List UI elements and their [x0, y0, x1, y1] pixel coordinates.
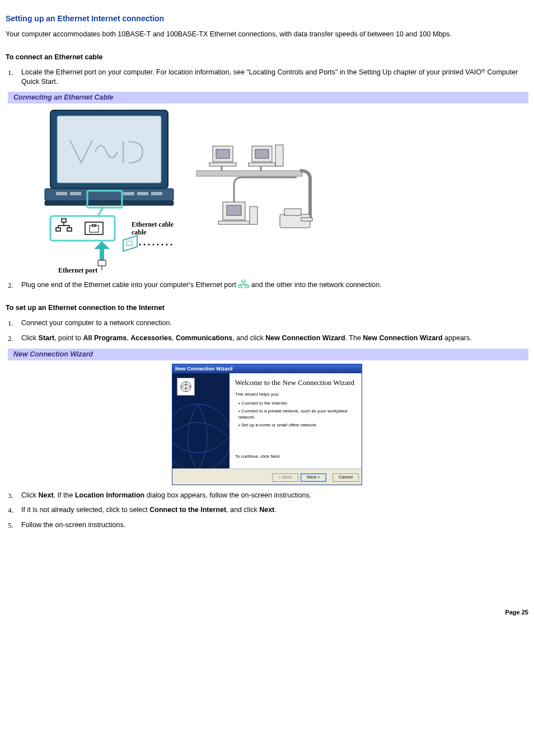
svg-rect-47 [218, 221, 250, 224]
wizard-helps: This wizard helps you: [235, 392, 356, 398]
wizard-titlebar: New Connection Wizard [172, 364, 362, 373]
svg-rect-19 [85, 222, 103, 234]
svg-rect-8 [123, 192, 134, 195]
svg-point-25 [139, 244, 141, 246]
network-diagram-illustration [196, 140, 319, 264]
page-number: Page 25 [6, 608, 528, 622]
registered-mark: ® [481, 68, 485, 74]
section2-heading: To set up an Ethernet connection to the … [6, 303, 528, 313]
svg-point-60 [172, 404, 229, 468]
s2-step1: Connect your computer to a network conne… [21, 318, 528, 328]
svg-rect-6 [56, 192, 67, 195]
wizard-welcome: Welcome to the New Connection Wizard [235, 378, 356, 388]
page-title: Setting up an Ethernet Internet connecti… [6, 13, 528, 24]
wizard-continue: To continue, click Next. [235, 454, 356, 460]
wizard-next-button: Next > [301, 473, 326, 482]
svg-rect-43 [275, 145, 283, 166]
intro-paragraph: Your computer accommodates both 10BASE-T… [6, 30, 528, 39]
caption-bar-ethernet: Connecting an Ethernet Cable [6, 92, 528, 104]
svg-rect-42 [249, 163, 275, 166]
s1-step1: Locate the Ethernet port on your compute… [21, 68, 528, 87]
svg-text:cable: cable [132, 228, 147, 236]
svg-point-32 [171, 244, 172, 246]
svg-rect-53 [238, 285, 242, 288]
ethernet-port-icon [238, 280, 249, 289]
s1-step2: Plug one end of the Ethernet cable into … [21, 280, 528, 290]
svg-rect-4 [45, 201, 174, 205]
svg-marker-34 [94, 241, 110, 249]
svg-rect-39 [209, 163, 236, 166]
s2-step2: Click Start, point to All Programs, Acce… [21, 334, 528, 343]
svg-rect-48 [250, 206, 257, 224]
svg-point-28 [153, 244, 154, 246]
label-ethernet-cable: Ethernet cable [132, 220, 174, 228]
figure-ethernet-cable: Ethernet cable cable Ethernet port [39, 107, 528, 275]
wizard-cancel-button: Cancel [332, 473, 359, 482]
caption-bar-wizard: New Connection Wizard [6, 349, 528, 360]
svg-rect-46 [227, 205, 241, 215]
svg-rect-38 [216, 149, 229, 158]
s2-step3: Click Next. If the Location Information … [21, 491, 528, 500]
svg-point-30 [162, 244, 163, 246]
s2-step5: Follow the on-screen instructions. [21, 520, 528, 530]
svg-rect-51 [301, 218, 312, 221]
svg-rect-10 [151, 192, 162, 195]
svg-rect-7 [70, 192, 81, 195]
svg-rect-35 [98, 260, 106, 266]
svg-rect-1 [57, 116, 161, 183]
svg-point-31 [166, 244, 168, 246]
s1-step2-b: and the other into the network connectio… [251, 281, 382, 289]
svg-rect-41 [255, 149, 269, 158]
label-ethernet-port: Ethernet port [58, 266, 97, 274]
svg-rect-52 [242, 280, 245, 282]
s2-step4: If it is not already selected, click to … [21, 505, 528, 515]
svg-rect-50 [284, 209, 301, 215]
svg-point-27 [148, 244, 150, 246]
svg-rect-33 [100, 248, 104, 260]
s1-step2-a: Plug one end of the Ethernet cable into … [21, 281, 238, 289]
figure-new-connection-wizard: New Connection Wizard Welcome to the New… [6, 364, 528, 485]
laptop-illustration: Ethernet cable cable Ethernet port [39, 107, 179, 275]
svg-rect-9 [137, 192, 148, 195]
svg-point-29 [157, 244, 159, 246]
s1-step1-text-a: Locate the Ethernet port on your compute… [21, 68, 481, 76]
wizard-back-button: < Back [272, 473, 298, 482]
svg-rect-44 [196, 171, 302, 176]
svg-point-26 [144, 244, 146, 246]
svg-rect-54 [245, 285, 249, 288]
section1-heading: To connect an Ethernet cable [6, 53, 528, 62]
